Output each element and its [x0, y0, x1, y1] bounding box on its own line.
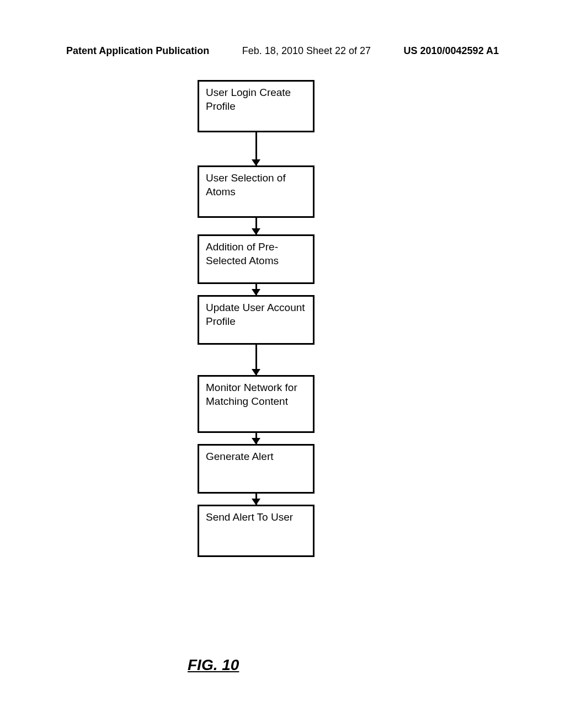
arrow-down-icon [255, 132, 257, 165]
flow-box-label: Addition of Pre-Selected Atoms [206, 241, 279, 266]
flow-box-label: User Selection of Atoms [206, 172, 286, 197]
page-header: Patent Application Publication Feb. 18, … [0, 45, 565, 57]
header-date-sheet: Feb. 18, 2010 Sheet 22 of 27 [242, 45, 371, 57]
flow-box-label: Generate Alert [206, 451, 274, 462]
arrow-down-icon [255, 218, 257, 234]
flow-box-7: Send Alert To User [198, 505, 315, 557]
arrow-down-icon [255, 345, 257, 375]
flow-box-4: Update User Account Profile [198, 295, 315, 345]
flowchart: User Login Create Profile User Selection… [198, 80, 316, 557]
flow-box-label: Monitor Network for Matching Content [206, 382, 297, 407]
arrow-down-icon [255, 284, 257, 295]
flow-box-label: User Login Create Profile [206, 87, 291, 112]
header-publication-type: Patent Application Publication [66, 45, 209, 57]
flow-box-1: User Login Create Profile [198, 80, 315, 132]
flow-box-label: Send Alert To User [206, 511, 293, 523]
flow-box-2: User Selection of Atoms [198, 165, 315, 218]
flow-box-6: Generate Alert [198, 444, 315, 494]
flow-connector [198, 218, 315, 234]
flow-box-5: Monitor Network for Matching Content [198, 375, 315, 433]
figure-label: FIG. 10 [188, 656, 239, 674]
flow-box-label: Update User Account Profile [206, 302, 305, 327]
flow-connector [198, 345, 315, 375]
flow-connector [198, 433, 315, 444]
arrow-down-icon [255, 433, 257, 444]
header-publication-number: US 2010/0042592 A1 [404, 45, 499, 57]
flow-connector [198, 132, 315, 165]
arrow-down-icon [255, 494, 257, 505]
flow-box-3: Addition of Pre-Selected Atoms [198, 234, 315, 284]
flow-connector [198, 494, 315, 505]
flow-connector [198, 284, 315, 295]
